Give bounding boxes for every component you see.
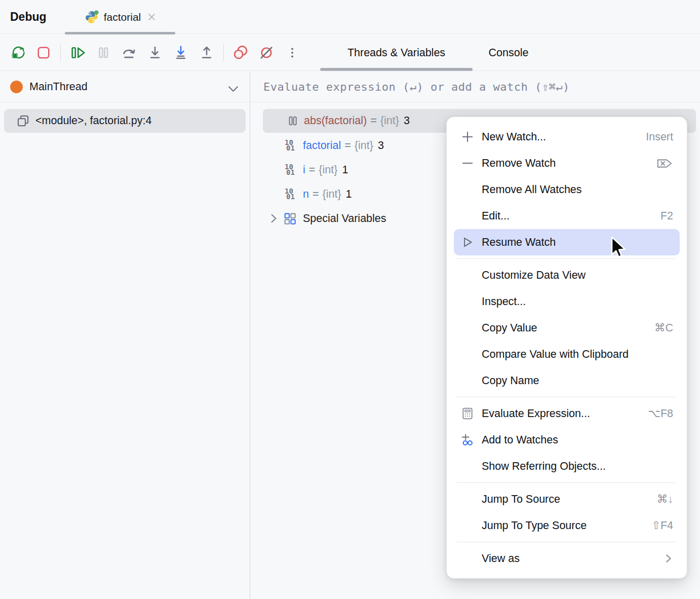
- menu-item-remove-all-watches[interactable]: Remove All Watches: [447, 176, 687, 203]
- menu-item-remove-watch[interactable]: Remove Watch: [447, 150, 687, 176]
- step-out-button[interactable]: [196, 42, 217, 63]
- thread-selector[interactable]: MainThread: [0, 71, 250, 102]
- value: 1: [342, 164, 348, 176]
- value: 3: [404, 115, 410, 127]
- mute-breakpoints-button[interactable]: [256, 42, 277, 63]
- run-tab-label: factorial: [104, 11, 141, 23]
- value-type: {int}: [323, 188, 341, 201]
- pause-icon: [95, 45, 111, 61]
- submenu-chevron-icon: [664, 553, 673, 564]
- menu-item-jump-to-source[interactable]: Jump To Source ⌘↓: [447, 486, 687, 512]
- menu-separator: [456, 482, 675, 483]
- active-view-tab-underline: [320, 68, 473, 71]
- stop-icon: [35, 45, 52, 61]
- chevron-down-icon[interactable]: [228, 86, 239, 92]
- frame-label: <module>, factorial.py:4: [35, 115, 151, 127]
- equals-sign: =: [344, 139, 351, 152]
- rerun-debug-icon: [10, 45, 26, 61]
- equals-sign: =: [309, 164, 316, 176]
- evaluate-placeholder: Evaluate expression (↵) or add a watch (…: [263, 81, 570, 93]
- menu-item-evaluate-expression[interactable]: Evaluate Expression... ⌥F8: [447, 400, 687, 427]
- equals-sign: =: [313, 188, 319, 201]
- threads-panel: MainThread <module>, factorial.py:4: [0, 71, 250, 599]
- add-to-watches-icon: [461, 433, 482, 446]
- menu-item-edit[interactable]: Edit... F2: [447, 203, 687, 229]
- kebab-menu-icon: [285, 45, 300, 60]
- menu-item-inspect[interactable]: Inspect...: [447, 288, 687, 315]
- menu-item-copy-name[interactable]: Copy Name: [447, 367, 687, 394]
- tool-window-title: Debug: [10, 0, 47, 33]
- special-variables-label: Special Variables: [303, 212, 386, 225]
- step-into-button[interactable]: [144, 42, 166, 63]
- variable-icon: 1001: [282, 164, 297, 175]
- rerun-debug-button[interactable]: [7, 42, 28, 63]
- stack-frame-row[interactable]: <module>, factorial.py:4: [4, 109, 246, 133]
- delete-key-icon: [656, 157, 673, 170]
- step-into-icon: [146, 44, 164, 61]
- step-over-button[interactable]: [119, 42, 140, 63]
- view-breakpoints-icon: [231, 44, 250, 62]
- resume-program-button[interactable]: [67, 42, 88, 63]
- mute-breakpoints-icon: [257, 44, 276, 62]
- variable-icon: 1001: [282, 140, 297, 151]
- menu-separator: [456, 258, 675, 259]
- stop-button[interactable]: [33, 42, 54, 63]
- force-step-into-button[interactable]: [170, 42, 191, 63]
- more-options-button[interactable]: [282, 42, 303, 63]
- menu-item-view-as[interactable]: View as: [447, 545, 687, 572]
- menu-separator: [456, 397, 675, 397]
- variable-icon: 1001: [282, 189, 297, 200]
- menu-item-customize-data-view[interactable]: Customize Data View: [447, 262, 687, 288]
- menu-item-compare-value-with-clipboard[interactable]: Compare Value with Clipboard: [447, 341, 687, 367]
- thread-status-dot: [10, 81, 23, 93]
- tab-console-label: Console: [489, 47, 529, 59]
- value-type: {int}: [355, 139, 373, 152]
- frame-icon: [16, 114, 30, 128]
- watch-context-menu: New Watch... Insert Remove Watch Remove …: [446, 117, 687, 579]
- tab-console[interactable]: Console: [473, 34, 544, 71]
- menu-separator: [456, 542, 675, 542]
- toolbar-separator: [60, 44, 61, 61]
- tab-threads-variables-label: Threads & Variables: [347, 47, 445, 59]
- debug-toolbar: Threads & Variables Console: [0, 34, 700, 71]
- equals-sign: =: [370, 115, 377, 127]
- run-tab-factorial[interactable]: factorial: [65, 0, 175, 34]
- tab-threads-variables[interactable]: Threads & Variables: [320, 34, 473, 71]
- variable-name: i: [303, 164, 305, 176]
- thread-name: MainThread: [29, 81, 88, 93]
- paused-watch-icon: [287, 115, 299, 127]
- pause-program-button[interactable]: [93, 42, 114, 63]
- view-tabs: Threads & Variables Console: [320, 34, 544, 71]
- expand-chevron-icon[interactable]: [265, 213, 282, 223]
- evaluate-expression-input[interactable]: Evaluate expression (↵) or add a watch (…: [251, 71, 700, 102]
- resume-icon: [69, 44, 86, 61]
- value-type: {int}: [319, 164, 337, 176]
- menu-item-copy-value[interactable]: Copy Value ⌘C: [447, 315, 687, 341]
- value-type: {int}: [380, 115, 399, 127]
- calculator-icon: [461, 407, 482, 420]
- close-icon[interactable]: [147, 13, 156, 21]
- python-icon: [84, 10, 99, 25]
- frames-list: <module>, factorial.py:4: [0, 102, 250, 133]
- special-variables-icon: [282, 212, 297, 226]
- step-over-icon: [121, 44, 138, 61]
- force-step-into-icon: [172, 44, 189, 61]
- toolbar-separator: [223, 44, 224, 61]
- menu-item-new-watch[interactable]: New Watch... Insert: [447, 124, 687, 150]
- view-breakpoints-button[interactable]: [230, 42, 251, 63]
- play-icon: [461, 236, 482, 249]
- watch-expression: abs(factorial): [304, 115, 367, 127]
- plus-icon: [461, 130, 482, 143]
- minus-icon: [461, 157, 482, 170]
- menu-item-resume-watch[interactable]: Resume Watch: [454, 229, 680, 255]
- variable-name: factorial: [303, 139, 341, 152]
- value: 1: [346, 188, 352, 201]
- debug-tabbar: Debug factorial: [0, 0, 700, 34]
- menu-item-add-to-watches[interactable]: Add to Watches: [447, 427, 687, 453]
- variable-name: n: [303, 188, 309, 201]
- step-out-icon: [198, 44, 215, 61]
- menu-item-show-referring-objects[interactable]: Show Referring Objects...: [447, 453, 687, 479]
- value: 3: [378, 139, 384, 152]
- menu-item-jump-to-type-source[interactable]: Jump To Type Source ⇧F4: [447, 512, 687, 539]
